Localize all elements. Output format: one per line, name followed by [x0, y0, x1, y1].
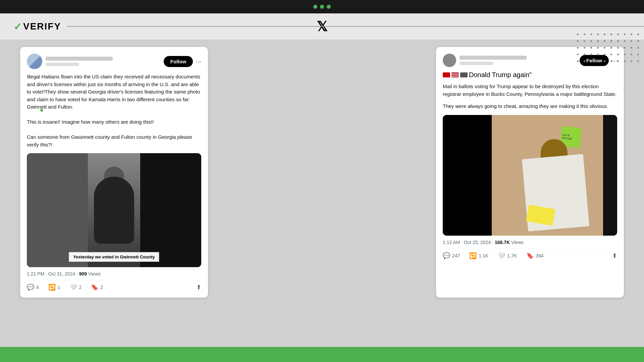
dot: [584, 40, 585, 42]
traffic-light-1: [313, 5, 317, 9]
tweet-header-1: Follow ···: [27, 54, 201, 69]
share-action-2[interactable]: ⬆: [612, 252, 617, 259]
person-figure: [94, 177, 134, 244]
dot: [631, 54, 632, 55]
avatar-2: [443, 54, 456, 67]
dot: [597, 54, 599, 55]
center-spacer: [221, 47, 423, 298]
tweet-views-count-1: 909: [79, 271, 87, 277]
like-count-2: 1.7K: [507, 253, 517, 258]
reply-action-2[interactable]: 💬 247: [443, 252, 460, 259]
dot: [577, 47, 579, 49]
dot: [624, 54, 626, 55]
verify-checkmark: ✓: [13, 21, 22, 33]
bookmark-action-1[interactable]: 🔖 2: [91, 284, 103, 291]
bookmark-action-2[interactable]: 🔖 394: [526, 252, 543, 259]
flag-dark: [460, 72, 468, 77]
dot: [590, 34, 592, 35]
bookmark-icon: 🔖: [91, 284, 98, 291]
dot: [577, 60, 579, 62]
header-line-right: [255, 26, 644, 27]
video-left-bar: [27, 153, 88, 267]
tweet-card-2: Follow ··· Donald Trump again" Mail in b…: [436, 47, 624, 298]
tweet-body-2a: Mail in ballots voting for Trump appear …: [443, 83, 617, 98]
video-center: [88, 153, 140, 267]
dot: [617, 54, 619, 55]
dot: [604, 47, 605, 49]
dot: [624, 60, 626, 62]
tweet-actions-2: 💬 247 🔁 1.1K 🤍 1.7K 🔖 394 ⬆: [443, 248, 617, 259]
reply-icon-2: 💬: [443, 252, 450, 259]
tweet-body-2b: They were always going to cheat, amazing…: [443, 103, 617, 110]
tweet-time-1: 1:21 PM · Oct 31, 2024 ·: [27, 271, 78, 277]
ballot-right-black: [603, 115, 617, 236]
bookmark-count-2: 394: [536, 253, 543, 258]
dot: [590, 47, 592, 49]
follow-button-1[interactable]: Follow: [164, 56, 193, 67]
dot: [631, 60, 632, 62]
dot: [631, 40, 632, 42]
like-action-1[interactable]: 🤍 2: [70, 284, 82, 291]
retweet-action-1[interactable]: 🔁 1: [48, 284, 60, 291]
tweet-views-label-2: Views: [511, 240, 524, 245]
like-icon: 🤍: [70, 284, 77, 291]
avatar-1: [27, 54, 42, 69]
video-right-bar: [140, 153, 201, 267]
traffic-light-3: [327, 5, 331, 9]
bookmark-icon-2: 🔖: [526, 252, 534, 259]
more-button-1[interactable]: ···: [196, 58, 201, 65]
verify-logo: ✓ VERIFY: [13, 21, 61, 33]
dot: [637, 54, 639, 55]
dot: [624, 34, 626, 35]
dot: [617, 34, 619, 35]
user-text-lines-2: [460, 56, 527, 65]
dot: [624, 40, 626, 42]
dot: [631, 47, 632, 49]
tweet-views-label-1: Views: [88, 271, 101, 277]
tweet-body-1: Illegal Haitians flown into the US claim…: [27, 73, 201, 148]
dot: [584, 47, 585, 49]
tweet-views-count-2: 168.7K: [495, 240, 510, 245]
dot: [584, 60, 585, 62]
retweet-count-1: 1: [58, 285, 60, 290]
dot: [617, 40, 619, 42]
dot: [610, 60, 612, 62]
handle-line-2: [460, 62, 493, 65]
retweet-count-2: 1.1K: [479, 253, 488, 258]
reply-action-1[interactable]: 💬 4: [27, 284, 39, 291]
traffic-light-2: [320, 5, 324, 9]
retweet-icon: 🔁: [48, 284, 56, 291]
like-count-1: 2: [79, 285, 82, 290]
dot: [610, 54, 612, 55]
ballot-center: Karl & Borough: [492, 115, 603, 236]
dot: [590, 54, 592, 55]
verify-text: VERIFY: [23, 21, 61, 32]
share-action-1[interactable]: ⬆: [196, 284, 201, 291]
dot: [597, 47, 599, 49]
dot: [604, 34, 605, 35]
reply-count-2: 247: [452, 253, 460, 258]
name-line-1: [46, 57, 113, 61]
dot: [637, 34, 639, 35]
like-icon-2: 🤍: [498, 252, 505, 259]
tweet-actions-1: 💬 4 🔁 1 🤍 2 🔖 2 ⬆: [27, 280, 201, 291]
dot: [604, 60, 605, 62]
video-caption: Yesterday we voted in Gwinnett County: [69, 252, 159, 262]
dot: [637, 60, 639, 62]
dot: [631, 34, 632, 35]
flag-text: Donald Trump again": [469, 71, 532, 79]
retweet-action-2[interactable]: 🔁 1.1K: [469, 252, 488, 259]
flag-us: [451, 72, 459, 77]
like-action-2[interactable]: 🤍 1.7K: [498, 252, 517, 259]
reply-icon: 💬: [27, 284, 34, 291]
reply-count-1: 4: [36, 285, 39, 290]
dot: [610, 47, 612, 49]
left-dot-1: [40, 109, 43, 112]
dot: [590, 40, 592, 42]
tweet-image-2: Karl & Borough: [443, 115, 617, 236]
name-line-2: [460, 56, 527, 60]
main-content: Follow ··· Illegal Haitians flown into t…: [0, 40, 644, 304]
dot: [584, 34, 585, 35]
dots-pattern: [577, 34, 644, 74]
dot: [597, 60, 599, 62]
